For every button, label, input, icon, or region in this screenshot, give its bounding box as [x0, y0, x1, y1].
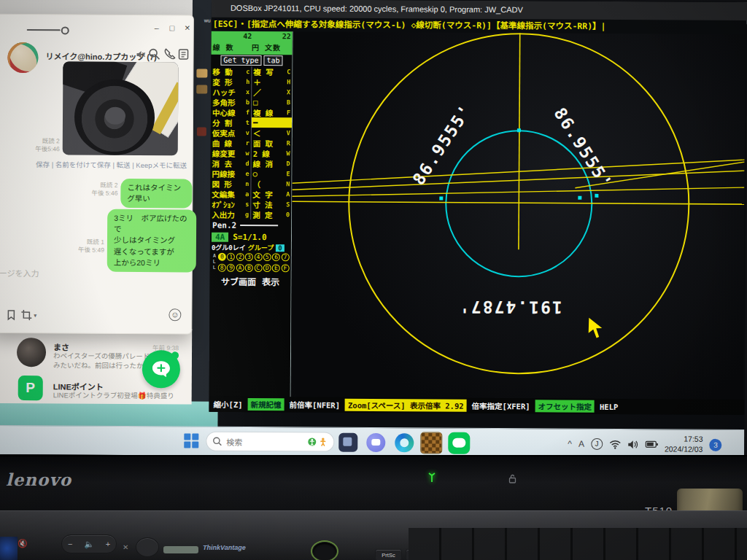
- menu-item[interactable]: 2 線W: [252, 148, 292, 158]
- menu-item[interactable]: ＜V: [252, 128, 292, 138]
- bookmark-icon[interactable]: [6, 309, 16, 321]
- menu-item[interactable]: 寸 法S: [251, 199, 291, 209]
- scale-indicator[interactable]: 4A S=1/1.0: [210, 231, 291, 244]
- desktop-icon[interactable]: [196, 69, 207, 78]
- menu-item[interactable]: 多角形b: [211, 97, 252, 107]
- desktop-icon[interactable]: [197, 128, 206, 136]
- menu-item[interactable]: 変 形h: [211, 77, 252, 87]
- menu-item[interactable]: 分 割t: [211, 117, 252, 128]
- tray-overflow-chevron[interactable]: ^: [568, 439, 572, 449]
- search-icon[interactable]: [147, 47, 160, 61]
- menu-item[interactable]: 複 線F: [252, 107, 292, 117]
- menu-item[interactable]: （N: [251, 179, 291, 189]
- offset-command[interactable]: オフセット指定: [535, 400, 595, 412]
- chat-app-icon[interactable]: [366, 433, 385, 452]
- battery-icon[interactable]: [645, 440, 658, 448]
- layer-button[interactable]: E: [272, 264, 280, 272]
- photo-action-links[interactable]: 保存 | 名前を付けて保存 | 転送 | Keepメモに転送: [35, 159, 188, 170]
- menu-item[interactable]: 面 取R: [252, 138, 292, 148]
- menu-item[interactable]: □B: [252, 97, 292, 107]
- notepad-icon[interactable]: [177, 47, 190, 61]
- menu-item[interactable]: 複 写C: [252, 66, 292, 77]
- menu-item[interactable]: 曲 線r: [211, 138, 252, 148]
- wifi-icon[interactable]: [609, 439, 621, 448]
- layer-button[interactable]: 3: [245, 253, 253, 261]
- widgets-app-icon[interactable]: [338, 433, 357, 452]
- layer-button[interactable]: D: [263, 264, 271, 272]
- menu-item[interactable]: 線 消D: [252, 158, 292, 168]
- line-points-avatar[interactable]: P: [18, 376, 43, 400]
- message-input[interactable]: ージを入力: [0, 267, 39, 279]
- speaker-icon[interactable]: [627, 440, 638, 449]
- menu-item[interactable]: ハッチx: [211, 87, 252, 97]
- cad-drawing-canvas[interactable]: 86.9555' 86.9555' 191.4787': [291, 31, 746, 400]
- menu-item[interactable]: 入出力g: [210, 209, 251, 219]
- menu-item[interactable]: 図 形n: [210, 179, 251, 189]
- emoji-icon[interactable]: ☺: [169, 308, 181, 321]
- maximize-button[interactable]: □: [166, 23, 178, 33]
- layer-button[interactable]: 2: [236, 253, 244, 261]
- new-chat-fab[interactable]: [142, 350, 180, 388]
- layer-button[interactable]: A: [236, 263, 244, 271]
- layer-button[interactable]: B: [245, 263, 253, 271]
- ime-indicator[interactable]: A: [578, 439, 584, 449]
- ime-mode-icon[interactable]: J: [591, 438, 603, 450]
- chat-list-preview[interactable]: LINEポイントクラブ初登場🎁特典盛りだくさん: [53, 391, 179, 402]
- close-button[interactable]: ×: [182, 23, 193, 33]
- photo-message[interactable]: [63, 61, 179, 155]
- menu-item[interactable]: ／X: [252, 87, 292, 97]
- layer-button[interactable]: 0: [218, 253, 226, 261]
- dosbox-taskbar-icon[interactable]: [420, 432, 442, 454]
- capture-icon[interactable]: [20, 309, 32, 321]
- menu-item[interactable]: ○E: [252, 168, 292, 179]
- layer-button[interactable]: 8: [218, 263, 226, 271]
- menu-item[interactable]: 移 動c: [211, 66, 252, 77]
- tab-button[interactable]: tab: [263, 55, 282, 66]
- menu-item[interactable]: 仮実点v: [211, 128, 252, 138]
- layer-button[interactable]: F: [281, 264, 289, 272]
- zoom-out-command[interactable]: 縮小[Z]: [211, 398, 246, 411]
- help-command[interactable]: HELP: [597, 401, 621, 411]
- layer-button[interactable]: 5: [263, 253, 271, 261]
- more-menu-icon[interactable]: ⋮: [0, 15, 193, 27]
- menu-item[interactable]: 文編集a: [210, 189, 251, 199]
- menu-item[interactable]: 測 定0: [251, 209, 291, 219]
- caret-down-icon[interactable]: ▾: [34, 312, 36, 319]
- all-layers-label[interactable]: ALL: [212, 253, 217, 273]
- menu-item[interactable]: 円線接e: [211, 168, 252, 179]
- layer-button[interactable]: 4: [254, 253, 262, 261]
- layer-button[interactable]: 9: [227, 263, 235, 271]
- group-avatar[interactable]: [7, 42, 38, 73]
- menu-item[interactable]: ｵﾌﾟｼｮﾝs: [210, 199, 251, 209]
- start-button[interactable]: [184, 433, 198, 448]
- menu-item-selected[interactable]: ━: [252, 117, 292, 128]
- menu-item[interactable]: ＋H: [252, 77, 292, 87]
- menu-item[interactable]: 消 去d: [211, 158, 252, 168]
- chat-list-name[interactable]: LINEポイント: [53, 380, 104, 392]
- pen-indicator[interactable]: Pen.2: [210, 219, 291, 232]
- taskbar-search[interactable]: 検索: [206, 432, 334, 452]
- zoom-ratio-display[interactable]: Zoom[スペース] 表示倍率 2.92: [345, 399, 467, 412]
- menu-item[interactable]: 文 字A: [251, 189, 291, 199]
- pin-toggle[interactable]: [27, 26, 69, 34]
- get-type-button[interactable]: Get type: [220, 55, 261, 66]
- desktop-icon[interactable]: [196, 85, 207, 94]
- call-icon[interactable]: [163, 47, 176, 61]
- sub-screen-bar[interactable]: サブ画面 表示: [210, 274, 291, 288]
- line-taskbar-icon[interactable]: [448, 432, 470, 454]
- memory-command[interactable]: 新規記憶: [248, 398, 285, 411]
- chat-list-name[interactable]: まさ: [53, 341, 69, 352]
- set-ratio-command[interactable]: 倍率指定[XFER]: [469, 400, 533, 413]
- minimize-button[interactable]: –: [151, 23, 163, 33]
- layer-button[interactable]: C: [254, 264, 262, 272]
- layer-button[interactable]: 7: [281, 253, 289, 261]
- menu-item[interactable]: 中心線f: [211, 107, 252, 117]
- edge-browser-icon[interactable]: [395, 433, 414, 452]
- layer-button[interactable]: 6: [272, 253, 280, 261]
- notification-badge[interactable]: 3: [709, 438, 721, 451]
- menu-item[interactable]: 線変更w: [211, 148, 252, 158]
- avatar[interactable]: [17, 338, 46, 367]
- taskbar-clock[interactable]: 17:53 2024/12/03: [665, 435, 703, 455]
- previous-zoom-command[interactable]: 前倍率[NFER]: [287, 398, 344, 411]
- layer-button[interactable]: 1: [227, 253, 235, 261]
